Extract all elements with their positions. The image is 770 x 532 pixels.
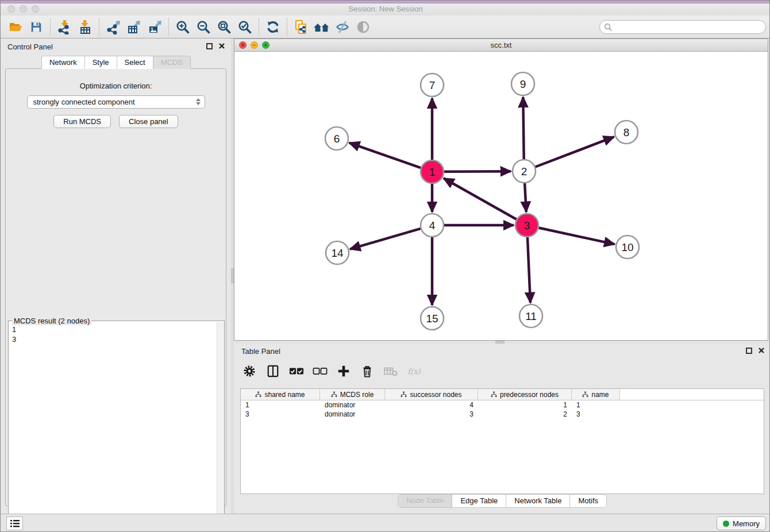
edge-3-11[interactable] — [528, 237, 530, 303]
import-table-icon — [78, 20, 93, 34]
tab-network-table[interactable]: Network Table — [506, 495, 570, 507]
trash-icon — [361, 364, 374, 378]
node-9[interactable]: 9 — [511, 72, 534, 95]
column-header-shared-name[interactable]: shared name — [241, 389, 320, 400]
table-cell: 2 — [478, 410, 572, 419]
select-all-icon — [289, 365, 304, 377]
node-3[interactable]: 3 — [515, 214, 538, 237]
zoom-selected-button[interactable] — [234, 17, 255, 37]
tab-node-table[interactable]: Node Table — [398, 495, 453, 507]
new-network-from-selection-button[interactable] — [291, 17, 311, 37]
task-history-button[interactable] — [6, 516, 23, 530]
node-1[interactable]: 1 — [421, 160, 444, 183]
node-label: 2 — [521, 165, 528, 178]
column-header-successor-nodes[interactable]: successor nodes — [385, 389, 478, 400]
network-frame-title: scc.txt — [234, 41, 768, 49]
function-builder-button[interactable]: f(x) — [406, 363, 422, 380]
float-panel-icon[interactable] — [746, 348, 752, 354]
import-table-button[interactable] — [75, 17, 95, 37]
edge-1-6[interactable] — [349, 143, 421, 168]
memory-button[interactable]: Memory — [717, 516, 766, 530]
tab-select[interactable]: Select — [117, 56, 153, 69]
zoom-in-button[interactable] — [172, 17, 193, 37]
window-title: Session: New Session — [1, 5, 770, 13]
node-10[interactable]: 10 — [616, 236, 639, 259]
table-cell: 1 — [241, 400, 320, 410]
node-6[interactable]: 6 — [325, 127, 348, 150]
toolbar-separator — [99, 18, 99, 36]
mcds-result-scrollbar[interactable] — [217, 322, 224, 532]
export-network-button[interactable] — [103, 17, 124, 37]
tab-motifs[interactable]: Motifs — [570, 495, 606, 507]
control-panel-tabs: NetworkStyleSelectMCDS — [1, 56, 231, 69]
node-4[interactable]: 4 — [421, 214, 444, 237]
table-row[interactable]: 1dominator411 — [241, 400, 764, 410]
edge-2-9[interactable] — [523, 97, 523, 159]
edge-2-3[interactable] — [525, 183, 526, 212]
export-table-button[interactable] — [124, 17, 144, 37]
node-8[interactable]: 8 — [615, 121, 638, 144]
column-header-name[interactable]: name — [572, 389, 620, 400]
columns-icon — [267, 364, 279, 378]
column-header-predecessor-nodes[interactable]: predecessor nodes — [478, 389, 572, 400]
delete-table-button[interactable] — [383, 363, 399, 380]
close-panel-icon[interactable] — [758, 347, 765, 354]
edge-4-14[interactable] — [350, 229, 421, 249]
node-2[interactable]: 2 — [513, 160, 536, 183]
zoom-in-icon — [175, 20, 190, 34]
node-14[interactable]: 14 — [326, 241, 349, 264]
export-image-button[interactable] — [144, 17, 165, 37]
criterion-select[interactable]: strongly connected component — [27, 95, 205, 109]
close-panel-button[interactable]: Close panel — [119, 115, 178, 128]
node-label: 10 — [621, 241, 633, 253]
tab-network[interactable]: Network — [41, 56, 85, 69]
node-label: 3 — [524, 219, 530, 232]
search-input[interactable] — [599, 20, 766, 34]
edge-3-10[interactable] — [539, 228, 615, 244]
network-graph[interactable]: 7968124314101511 — [234, 52, 768, 340]
new-column-button[interactable] — [336, 363, 352, 380]
node-11[interactable]: 11 — [519, 304, 542, 327]
first-neighbors-button[interactable] — [311, 17, 332, 37]
tab-mcds[interactable]: MCDS — [153, 56, 191, 69]
show-all-button[interactable] — [353, 17, 374, 37]
run-mcds-button[interactable]: Run MCDS — [53, 115, 111, 128]
column-type-icon — [255, 391, 261, 398]
refresh-view-button[interactable] — [263, 17, 283, 37]
control-panel-header: Control Panel — [1, 38, 231, 55]
edge-3-1[interactable] — [444, 178, 517, 219]
edge-2-8[interactable] — [536, 137, 614, 167]
delete-table-icon — [383, 365, 398, 377]
tab-edge-table[interactable]: Edge Table — [452, 495, 506, 507]
show-columns-button[interactable] — [265, 363, 281, 380]
node-7[interactable]: 7 — [421, 74, 444, 97]
node-15[interactable]: 15 — [421, 307, 444, 330]
select-all-button[interactable] — [288, 363, 305, 380]
import-network-button[interactable] — [54, 17, 75, 37]
zoom-out-button[interactable] — [193, 17, 214, 37]
save-session-button[interactable] — [26, 17, 47, 37]
close-panel-icon[interactable] — [218, 43, 225, 49]
tab-style[interactable]: Style — [84, 56, 117, 69]
table-settings-button[interactable] — [241, 363, 257, 380]
deselect-all-button[interactable] — [312, 363, 328, 380]
float-panel-icon[interactable] — [206, 43, 213, 49]
mcds-result-list[interactable]: 13 — [9, 322, 217, 532]
open-session-button[interactable] — [5, 17, 26, 37]
edge-1-2[interactable] — [444, 171, 511, 172]
memory-status-icon — [723, 521, 729, 527]
export-table-icon — [126, 20, 141, 34]
node-label: 8 — [623, 126, 630, 138]
column-header-label: predecessor nodes — [500, 391, 559, 399]
table-cell: dominator — [320, 410, 385, 419]
network-canvas[interactable]: 7968124314101511 — [234, 52, 768, 340]
table-row[interactable]: 3dominator323 — [241, 410, 764, 419]
delete-columns-button[interactable] — [359, 363, 375, 380]
toolbar-separator — [50, 18, 51, 36]
node-label: 7 — [429, 79, 436, 91]
refresh-icon — [265, 20, 280, 34]
column-header-MCDS-role[interactable]: MCDS role — [320, 389, 385, 400]
table-cell: 1 — [572, 400, 620, 410]
hide-selected-button[interactable] — [332, 17, 353, 37]
zoom-fit-button[interactable] — [214, 17, 234, 37]
